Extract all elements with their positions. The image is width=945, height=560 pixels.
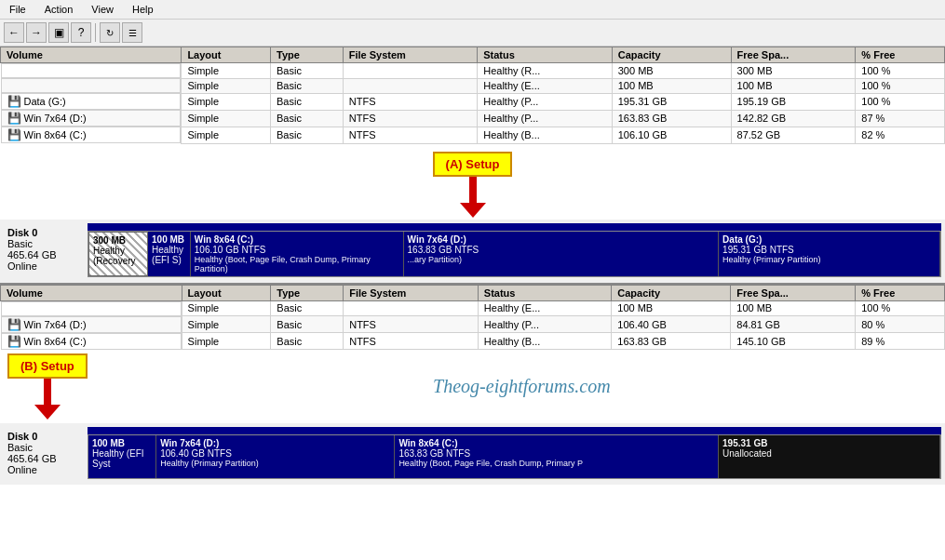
disk-segment-lower[interactable]: 100 MBHealthy (EFI Syst bbox=[88, 435, 156, 478]
cell-free: 142.82 GB bbox=[731, 110, 856, 127]
cell-volume-l bbox=[1, 301, 182, 316]
disk-segment[interactable]: Win 7x64 (D:)163.83 GB NTFS...ary Partit… bbox=[404, 232, 720, 276]
cell-fs: NTFS bbox=[343, 110, 477, 127]
disk-segment[interactable]: Win 8x64 (C:)106.10 GB NTFSHealthy (Boot… bbox=[191, 232, 404, 276]
cell-volume: 💾Win 7x64 (D:) bbox=[1, 110, 182, 127]
disk-segment[interactable]: 100 MBHealthy (EFI S) bbox=[148, 232, 191, 276]
toolbar: ← → ▣ ? ↻ ☰ bbox=[0, 20, 945, 47]
cell-fs: NTFS bbox=[343, 127, 477, 143]
cell-free-l: 100 MB bbox=[731, 300, 856, 316]
cell-free: 300 MB bbox=[731, 63, 856, 79]
cell-status-l: Healthy (P... bbox=[478, 316, 611, 333]
menu-view[interactable]: View bbox=[88, 2, 117, 17]
col-layout: Layout bbox=[182, 47, 271, 63]
upper-table-row[interactable]: 💾Data (G:) Simple Basic NTFS Healthy (P.… bbox=[1, 93, 945, 110]
col-filesystem-l: File System bbox=[344, 285, 479, 300]
cell-fs-l: NTFS bbox=[344, 333, 479, 350]
cell-free-l: 84.81 GB bbox=[731, 316, 856, 333]
cell-pct-l: 100 % bbox=[856, 300, 945, 316]
lower-table-scroll[interactable]: Volume Layout Type File System Status Ca… bbox=[0, 285, 945, 351]
menu-file[interactable]: File bbox=[6, 2, 30, 17]
cell-volume-l: 💾Win 8x64 (C:) bbox=[1, 333, 182, 350]
upper-volume-table: Volume Layout Type File System Status Ca… bbox=[0, 47, 945, 144]
rescan-button[interactable]: ↻ bbox=[100, 22, 120, 43]
cell-type: Basic bbox=[271, 127, 344, 143]
cell-volume-l: 💾Win 7x64 (D:) bbox=[1, 316, 182, 333]
col-type: Type bbox=[271, 47, 344, 63]
col-filesystem: File System bbox=[343, 47, 477, 63]
cell-free: 87.52 GB bbox=[731, 127, 856, 143]
disk-segment-lower[interactable]: Win 7x64 (D:)106.40 GB NTFSHealthy (Prim… bbox=[156, 435, 395, 478]
upper-table-row[interactable]: 💾Win 7x64 (D:) Simple Basic NTFS Healthy… bbox=[1, 110, 945, 127]
lower-volume-table: Volume Layout Type File System Status Ca… bbox=[0, 285, 945, 351]
cell-type: Basic bbox=[271, 110, 344, 127]
forward-button[interactable]: → bbox=[26, 22, 47, 43]
lower-disk-area: Disk 0 Basic 465.64 GB Online 100 MBHeal… bbox=[0, 423, 945, 485]
cell-free: 100 MB bbox=[731, 78, 856, 93]
cell-fs bbox=[343, 63, 477, 79]
col-layout-l: Layout bbox=[182, 285, 271, 300]
cell-layout: Simple bbox=[182, 93, 271, 110]
lower-table-row[interactable]: 💾Win 7x64 (D:) Simple Basic NTFS Healthy… bbox=[1, 316, 945, 333]
cell-layout: Simple bbox=[182, 127, 271, 143]
cell-status: Healthy (P... bbox=[478, 110, 612, 127]
cell-layout: Simple bbox=[182, 63, 271, 79]
cell-type-l: Basic bbox=[271, 316, 344, 333]
upper-table-row[interactable]: Simple Basic Healthy (E... 100 MB 100 MB… bbox=[1, 78, 945, 93]
col-volume-l: Volume bbox=[1, 285, 182, 300]
cell-capacity: 195.31 GB bbox=[612, 93, 731, 110]
disk0-upper-row: Disk 0 Basic 465.64 GB Online 300 MBHeal… bbox=[4, 223, 941, 277]
col-freespace: Free Spa... bbox=[731, 47, 856, 63]
cell-layout: Simple bbox=[182, 110, 271, 127]
menu-action[interactable]: Action bbox=[41, 2, 77, 17]
disk-segment-lower[interactable]: Win 8x64 (C:)163.83 GB NTFSHealthy (Boot… bbox=[395, 435, 719, 478]
cell-capacity-l: 100 MB bbox=[612, 300, 731, 316]
upper-table-row[interactable]: Simple Basic Healthy (R... 300 MB 300 MB… bbox=[1, 63, 945, 79]
cell-capacity-l: 106.40 GB bbox=[612, 316, 731, 333]
cell-status: Healthy (E... bbox=[478, 78, 612, 93]
back-button[interactable]: ← bbox=[4, 22, 24, 43]
cell-pct: 87 % bbox=[856, 110, 945, 127]
cell-pct: 100 % bbox=[856, 63, 945, 79]
lower-table-row[interactable]: Simple Basic Healthy (E... 100 MB 100 MB… bbox=[1, 300, 945, 316]
lower-table-row[interactable]: 💾Win 8x64 (C:) Simple Basic NTFS Healthy… bbox=[1, 333, 945, 350]
disk-segment-lower[interactable]: 195.31 GBUnallocated bbox=[719, 435, 940, 478]
toolbar-separator bbox=[95, 23, 96, 42]
disk-segment[interactable]: Data (G:)195.31 GB NTFSHealthy (Primary … bbox=[719, 232, 940, 276]
help-button[interactable]: ? bbox=[71, 22, 91, 43]
diskmap-button[interactable]: ☰ bbox=[122, 22, 142, 43]
main-content: Volume Layout Type File System Status Ca… bbox=[0, 47, 945, 560]
cell-pct-l: 80 % bbox=[856, 316, 945, 333]
disk-segment[interactable]: 300 MBHealthy (Recovery bbox=[88, 232, 148, 276]
cell-capacity: 106.10 GB bbox=[612, 127, 731, 143]
cell-volume bbox=[1, 78, 182, 93]
cell-type: Basic bbox=[271, 93, 344, 110]
menu-help[interactable]: Help bbox=[128, 2, 157, 17]
col-capacity-l: Capacity bbox=[612, 285, 731, 300]
cell-layout-l: Simple bbox=[182, 316, 271, 333]
disk0-upper-label: Disk 0 Basic 465.64 GB Online bbox=[4, 223, 88, 277]
arrow-b bbox=[34, 377, 61, 420]
properties-button[interactable]: ▣ bbox=[48, 22, 69, 43]
cell-status: Healthy (B... bbox=[478, 127, 612, 143]
upper-table-row[interactable]: 💾Win 8x64 (C:) Simple Basic NTFS Healthy… bbox=[1, 127, 945, 143]
setup-b-label: (B) Setup bbox=[7, 353, 88, 379]
cell-volume: 💾Win 8x64 (C:) bbox=[1, 127, 182, 143]
cell-fs: NTFS bbox=[343, 93, 477, 110]
lower-section: Volume Layout Type File System Status Ca… bbox=[0, 285, 945, 561]
cell-type-l: Basic bbox=[271, 333, 344, 350]
cell-type: Basic bbox=[271, 78, 344, 93]
col-status-l: Status bbox=[478, 285, 611, 300]
cell-pct: 100 % bbox=[856, 93, 945, 110]
upper-table-scroll[interactable]: Volume Layout Type File System Status Ca… bbox=[0, 47, 945, 144]
col-status: Status bbox=[478, 47, 612, 63]
col-freespace-l: Free Spa... bbox=[731, 285, 856, 300]
cell-free: 195.19 GB bbox=[731, 93, 856, 110]
col-volume: Volume bbox=[1, 47, 182, 63]
upper-disk-area: Disk 0 Basic 465.64 GB Online 300 MBHeal… bbox=[0, 220, 945, 283]
watermark-arrow-row: (B) Setup Theog-eightforums.com bbox=[0, 350, 945, 423]
cell-status: Healthy (R... bbox=[478, 63, 612, 79]
watermark-text: Theog-eightforums.com bbox=[106, 372, 938, 401]
cell-fs bbox=[343, 78, 477, 93]
menu-bar: File Action View Help bbox=[0, 0, 945, 20]
